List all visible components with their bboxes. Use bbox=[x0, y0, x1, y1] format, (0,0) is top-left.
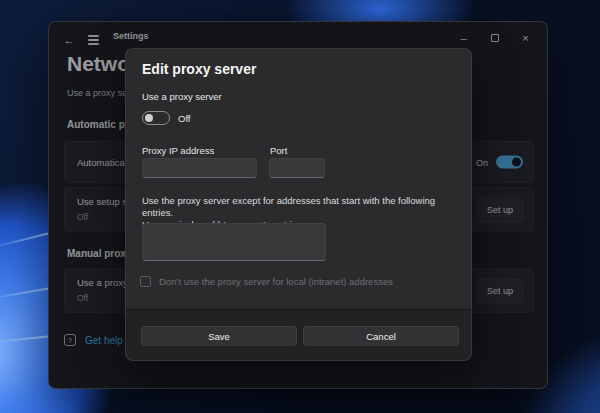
exceptions-note-line1: Use the proxy server except for addresse… bbox=[142, 195, 466, 219]
use-proxy-label: Use a proxy server bbox=[142, 91, 222, 102]
cancel-button[interactable]: Cancel bbox=[303, 326, 459, 346]
use-proxy-toggle[interactable] bbox=[142, 111, 170, 125]
dialog-footer: Save Cancel bbox=[126, 309, 471, 360]
save-button[interactable]: Save bbox=[141, 326, 297, 346]
desktop: ← Settings – × Networ Use a proxy ser Au… bbox=[0, 0, 600, 413]
toggle-knob bbox=[145, 114, 153, 122]
checkbox-unchecked-icon[interactable] bbox=[140, 276, 151, 287]
proxy-ip-input[interactable] bbox=[142, 158, 257, 178]
exceptions-textarea[interactable] bbox=[142, 223, 326, 261]
toggle-state-label: Off bbox=[178, 113, 191, 124]
edit-proxy-dialog: Edit proxy server Use a proxy server Off… bbox=[125, 48, 472, 361]
port-label: Port bbox=[270, 145, 287, 156]
local-addresses-checkbox-label: Don’t use the proxy server for local (in… bbox=[159, 276, 393, 287]
dialog-title: Edit proxy server bbox=[142, 61, 256, 77]
local-addresses-checkbox-row: Don’t use the proxy server for local (in… bbox=[140, 276, 393, 287]
port-input[interactable] bbox=[269, 158, 325, 178]
proxy-ip-label: Proxy IP address bbox=[142, 145, 214, 156]
